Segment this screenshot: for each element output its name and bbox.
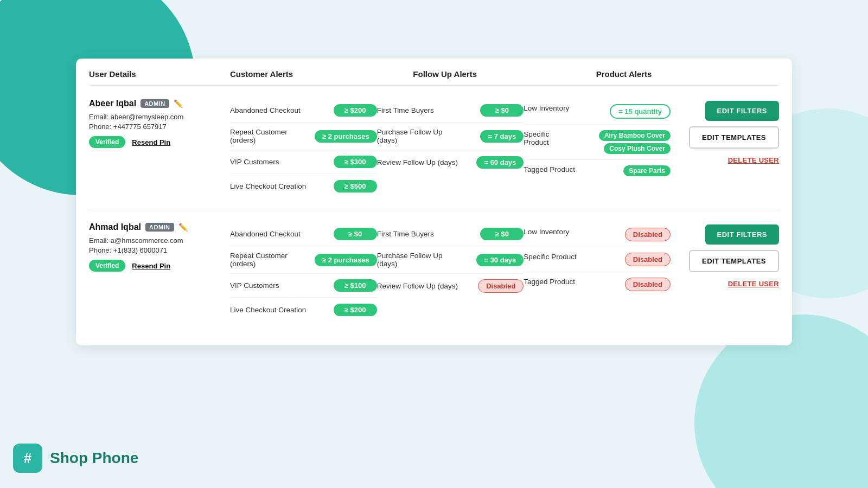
user-email-2: Email: a@hmscommerce.com bbox=[89, 236, 230, 245]
product-badge-disabled: Disabled bbox=[625, 228, 671, 241]
alert-item: Abandoned Checkout ≥ $200 bbox=[230, 99, 377, 123]
verified-badge-2: Verified bbox=[89, 260, 125, 272]
product-alert-item: Tagged Product Disabled bbox=[524, 272, 671, 297]
followup-alerts-2: First Time Buyers ≥ $0 Purchase Follow U… bbox=[377, 222, 524, 298]
followup-alerts-1: First Time Buyers ≥ $0 Purchase Follow U… bbox=[377, 99, 524, 174]
product-tags: Spare Parts bbox=[623, 165, 671, 176]
product-alerts-2: Low Inventory Disabled Specific Product … bbox=[524, 222, 671, 297]
product-badge-disabled: Disabled bbox=[625, 253, 671, 266]
product-alert-item: Tagged Product Spare Parts bbox=[524, 160, 671, 184]
alert-badge: ≥ $200 bbox=[334, 104, 377, 117]
alert-badge: ≥ $0 bbox=[334, 228, 377, 240]
table-header: User Details Customer Alerts Follow Up A… bbox=[89, 59, 779, 86]
alert-badge: = 60 days bbox=[476, 156, 524, 169]
alert-badge-disabled: Disabled bbox=[478, 279, 524, 293]
resend-pin-2[interactable]: Resend Pin bbox=[132, 262, 170, 270]
product-tag: Cosy Plush Cover bbox=[604, 143, 671, 154]
alert-item: First Time Buyers ≥ $0 bbox=[377, 222, 524, 246]
product-alert-item: Low Inventory = 15 quantity bbox=[524, 99, 671, 125]
admin-badge-1: ADMIN bbox=[141, 99, 169, 108]
user-name-1: Abeer Iqbal ADMIN ✏️ bbox=[89, 99, 230, 108]
header-user-details: User Details bbox=[89, 69, 230, 79]
user-phone-2: Phone: +1(833) 6000071 bbox=[89, 246, 230, 254]
delete-user-button-2[interactable]: DELETE USER bbox=[728, 278, 779, 290]
verified-badge-1: Verified bbox=[89, 136, 125, 148]
product-badge-disabled: Disabled bbox=[625, 278, 671, 291]
product-tag: Spare Parts bbox=[623, 165, 671, 176]
alert-item: Purchase Follow Up(days) = 30 days bbox=[377, 246, 524, 274]
alert-badge: ≥ $100 bbox=[334, 279, 377, 292]
user-details-1: Abeer Iqbal ADMIN ✏️ Email: abeer@remysl… bbox=[89, 99, 230, 148]
product-alert-item: SpecificProduct Airy Bamboo Cover Cosy P… bbox=[524, 125, 671, 160]
user-name-2: Ahmad Iqbal ADMIN ✏️ bbox=[89, 222, 230, 232]
user-email-1: Email: abeer@remysleep.com bbox=[89, 113, 230, 121]
header-customer-alerts: Customer Alerts bbox=[230, 69, 413, 79]
alert-item: Repeat Customer(orders) ≥ 2 purchases bbox=[230, 246, 377, 274]
alert-badge: = 30 days bbox=[476, 254, 524, 266]
alert-badge: ≥ $0 bbox=[480, 104, 524, 117]
header-product-alerts: Product Alerts bbox=[596, 69, 779, 79]
main-card: User Details Customer Alerts Follow Up A… bbox=[76, 59, 792, 345]
alert-badge: ≥ $200 bbox=[334, 304, 377, 316]
edit-filters-button-1[interactable]: EDIT FILTERS bbox=[705, 101, 779, 121]
alert-item: First Time Buyers ≥ $0 bbox=[377, 99, 524, 123]
edit-filters-button-2[interactable]: EDIT FILTERS bbox=[705, 224, 779, 245]
table-row: Ahmad Iqbal ADMIN ✏️ Email: a@hmscommerc… bbox=[89, 209, 779, 332]
header-followup-alerts: Follow Up Alerts bbox=[413, 69, 596, 79]
alert-badge: ≥ $500 bbox=[334, 180, 377, 192]
customer-alerts-1: Abandoned Checkout ≥ $200 Repeat Custome… bbox=[230, 99, 377, 198]
actions-2: EDIT FILTERS EDIT TEMPLATES DELETE USER bbox=[671, 222, 779, 290]
user-details-2: Ahmad Iqbal ADMIN ✏️ Email: a@hmscommerc… bbox=[89, 222, 230, 272]
delete-user-button-1[interactable]: DELETE USER bbox=[728, 154, 779, 166]
alert-badge: ≥ 2 purchases bbox=[315, 254, 377, 266]
alert-item: Live Checkout Creation ≥ $200 bbox=[230, 298, 377, 322]
product-alert-item: Specific Product Disabled bbox=[524, 247, 671, 272]
logo-area: # Shop Phone bbox=[13, 444, 138, 473]
admin-badge-2: ADMIN bbox=[145, 223, 174, 232]
alert-item: VIP Customers ≥ $100 bbox=[230, 274, 377, 298]
alert-badge: ≥ 2 purchases bbox=[315, 130, 377, 143]
alert-item: Review Follow Up (days) = 60 days bbox=[377, 150, 524, 174]
edit-templates-button-2[interactable]: EDIT TEMPLATES bbox=[689, 250, 779, 272]
product-tag: Airy Bamboo Cover bbox=[599, 130, 671, 141]
user-phone-1: Phone: +447775 657917 bbox=[89, 123, 230, 131]
edit-icon-1[interactable]: ✏️ bbox=[174, 99, 183, 108]
alert-item: Purchase Follow Up(days) = 7 days bbox=[377, 123, 524, 150]
edit-templates-button-1[interactable]: EDIT TEMPLATES bbox=[689, 126, 779, 149]
product-alert-item: Low Inventory Disabled bbox=[524, 222, 671, 247]
alert-item: Live Checkout Creation ≥ $500 bbox=[230, 174, 377, 198]
alert-badge: = 7 days bbox=[480, 130, 524, 143]
resend-pin-1[interactable]: Resend Pin bbox=[132, 138, 170, 146]
product-tags: Airy Bamboo Cover Cosy Plush Cover bbox=[599, 130, 671, 154]
actions-1: EDIT FILTERS EDIT TEMPLATES DELETE USER bbox=[671, 99, 779, 166]
logo-icon: # bbox=[13, 444, 42, 473]
product-alerts-1: Low Inventory = 15 quantity SpecificProd… bbox=[524, 99, 671, 184]
table-row: Abeer Iqbal ADMIN ✏️ Email: abeer@remysl… bbox=[89, 86, 779, 209]
customer-alerts-2: Abandoned Checkout ≥ $0 Repeat Customer(… bbox=[230, 222, 377, 322]
alert-item: VIP Customers ≥ $300 bbox=[230, 150, 377, 174]
alert-item: Repeat Customer(orders) ≥ 2 purchases bbox=[230, 123, 377, 150]
alert-badge: ≥ $300 bbox=[334, 156, 377, 168]
edit-icon-2[interactable]: ✏️ bbox=[178, 223, 188, 232]
alert-item: Review Follow Up (days) Disabled bbox=[377, 274, 524, 298]
product-badge: = 15 quantity bbox=[610, 104, 671, 119]
alert-badge: ≥ $0 bbox=[480, 228, 524, 240]
alert-item: Abandoned Checkout ≥ $0 bbox=[230, 222, 377, 246]
logo-text: Shop Phone bbox=[50, 450, 138, 467]
